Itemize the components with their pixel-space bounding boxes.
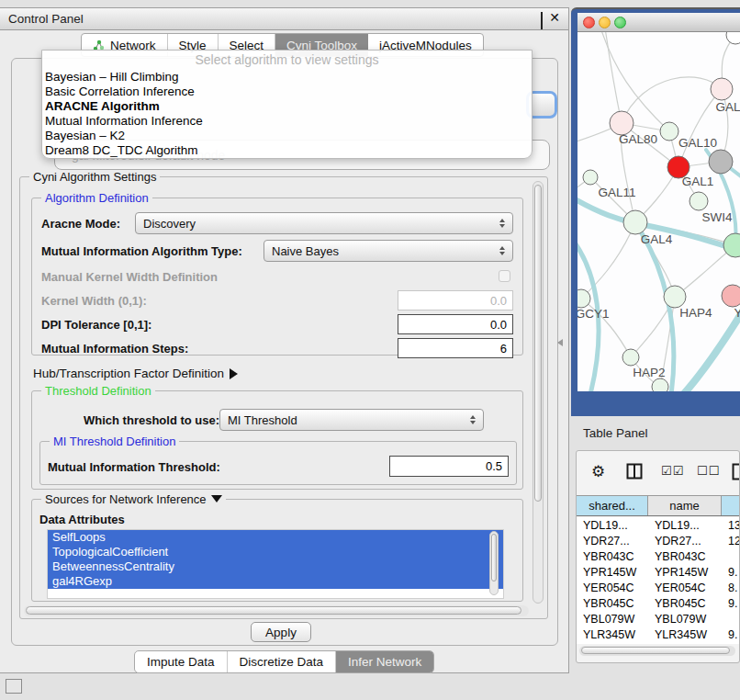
attributes-vscrollbar[interactable] <box>489 531 499 595</box>
table-row[interactable]: YDL19...YDL19...13 <box>577 517 740 533</box>
algorithm-dropdown-item[interactable]: Bayesian – Hill Climbing <box>42 70 532 85</box>
tab-discretize-data[interactable]: Discretize Data <box>228 651 337 672</box>
network-node[interactable] <box>709 150 733 174</box>
splitter-collapse-icon[interactable] <box>557 339 563 346</box>
network-node-label: HAP4 <box>679 306 712 320</box>
table-cell: YIL052C <box>577 644 648 645</box>
algorithm-dropdown-item[interactable]: Dream8 DC_TDC Algorithm <box>42 143 532 158</box>
network-edge[interactable] <box>622 77 722 123</box>
table-cell: 9. <box>722 566 740 579</box>
settings-hscrollbar[interactable] <box>24 605 529 616</box>
data-attribute-item[interactable]: BetweennessCentrality <box>48 559 503 574</box>
mi-threshold-field[interactable]: 0.5 <box>389 456 509 477</box>
network-node-label: SWI4 <box>701 210 732 224</box>
network-node[interactable] <box>583 170 598 185</box>
table-cell: YDL19... <box>577 519 648 532</box>
network-node-label: GAL80 <box>619 132 657 146</box>
dpi-tolerance-field[interactable]: 0.0 <box>398 314 513 334</box>
network-node[interactable] <box>623 210 647 234</box>
gear-icon[interactable]: ⚙ <box>591 462 605 481</box>
table-cell: YBR043C <box>648 550 722 563</box>
tab-impute-data[interactable]: Impute Data <box>135 651 228 672</box>
algorithm-dropdown-popup: Select algorithm to view settings Bayesi… <box>41 50 533 159</box>
select-all-icon[interactable]: ☑☑ <box>661 464 684 478</box>
network-node[interactable] <box>722 285 740 307</box>
table-cell: YDR27... <box>648 535 722 548</box>
table-cell: YER054C <box>648 581 722 594</box>
network-node[interactable] <box>660 122 678 141</box>
network-node[interactable] <box>690 192 708 210</box>
algorithm-definition-title: Algorithm Definition <box>41 191 152 205</box>
table-column-header[interactable]: name <box>648 496 722 515</box>
network-window: GALGAL80GAL10GAL1GAL11GAL4SWI4GCY1HAP4YH… <box>571 7 740 416</box>
table-row[interactable]: YPR145WYPR145W9. <box>577 564 740 580</box>
minimize-traffic-icon[interactable] <box>599 17 611 28</box>
network-node-label: HAP2 <box>633 366 665 379</box>
table-row[interactable]: YBR043CYBR043C <box>577 548 740 564</box>
table-cell: YER054C <box>577 581 648 594</box>
algorithm-dropdown-item[interactable]: ARACNE Algorithm <box>42 99 532 114</box>
table-row[interactable]: YBL079WYBL079W <box>577 611 740 627</box>
panel-grip-icon[interactable] <box>6 679 22 694</box>
table-cell: YBR045C <box>577 597 648 610</box>
network-edge[interactable] <box>600 32 669 131</box>
table-row[interactable]: YIL052CYIL052C9 <box>577 642 740 644</box>
table-row[interactable]: YLR345WYLR345W9. <box>577 627 740 642</box>
tab-infer-network[interactable]: Infer Network <box>336 651 433 672</box>
data-attribute-item[interactable]: gal4RGexp <box>48 574 503 589</box>
which-threshold-combo[interactable]: MI Threshold <box>219 409 484 431</box>
network-node[interactable] <box>664 286 686 308</box>
hub-definition-expander[interactable]: Hub/Transcription Factor Definition <box>33 367 238 380</box>
algorithm-dropdown-item[interactable]: Basic Correlation Inference <box>42 85 532 99</box>
mi-type-combo[interactable]: Naive Bayes <box>263 240 513 262</box>
network-node[interactable] <box>726 32 740 44</box>
mi-threshold-group-title: MI Threshold Definition <box>50 435 179 448</box>
close-traffic-icon[interactable] <box>583 17 595 28</box>
apply-button[interactable]: Apply <box>251 622 311 642</box>
algorithm-definition-group: Algorithm Definition Aracne Mode: Discov… <box>31 198 523 356</box>
settings-hscrollbar-thumb[interactable] <box>26 606 521 615</box>
settings-vscrollbar[interactable] <box>533 181 544 604</box>
table-cell: 8. <box>722 581 740 594</box>
zoom-traffic-icon[interactable] <box>614 17 626 28</box>
table-cell: 9 <box>722 644 740 645</box>
network-node[interactable] <box>711 78 733 100</box>
deselect-all-icon[interactable]: ☐☐ <box>697 464 720 478</box>
manual-kernel-label: Manual Kernel Width Definition <box>41 270 218 284</box>
stepper-icon <box>499 219 505 228</box>
kernel-width-field[interactable]: 0.0 <box>398 290 513 310</box>
network-canvas[interactable]: GALGAL80GAL10GAL1GAL11GAL4SWI4GCY1HAP4YH… <box>577 32 740 391</box>
table-row[interactable]: YDR27...YDR27...12 <box>577 533 740 548</box>
aracne-mode-combo[interactable]: Discovery <box>135 212 513 234</box>
network-node[interactable] <box>622 349 639 366</box>
network-edge[interactable] <box>581 222 635 299</box>
table-row[interactable]: YBR045CYBR045C9. <box>577 595 740 611</box>
data-attribute-item[interactable]: TopologicalCoefficient <box>48 545 503 559</box>
table-row[interactable]: YER054CYER054C8. <box>577 580 740 595</box>
manual-kernel-checkbox[interactable] <box>499 270 510 282</box>
table-cell: YLR345W <box>648 628 722 641</box>
table-cell: YBL079W <box>648 613 722 626</box>
table-hscrollbar[interactable] <box>579 646 735 656</box>
threshold-definition-title: Threshold Definition <box>41 384 155 398</box>
table-column-header[interactable] <box>722 496 740 515</box>
control-panel-titlebar: Control Panel ✕ <box>0 8 568 30</box>
network-node-label: GAL11 <box>598 186 635 199</box>
table-cell: YBR045C <box>648 597 722 610</box>
float-window-icon[interactable] <box>541 13 543 29</box>
algorithm-dropdown-item[interactable]: Bayesian – K2 <box>42 129 532 143</box>
attributes-vscrollbar-thumb[interactable] <box>491 534 497 581</box>
network-node[interactable] <box>652 378 668 391</box>
data-attribute-item[interactable]: SelfLoops <box>48 530 503 545</box>
table-cell: 9. <box>722 628 740 641</box>
table-column-header[interactable]: shared... <box>577 496 648 515</box>
split-view-icon[interactable] <box>626 463 643 480</box>
new-table-icon[interactable] <box>732 463 740 480</box>
close-icon[interactable]: ✕ <box>549 12 560 24</box>
settings-vscrollbar-thumb[interactable] <box>534 185 542 502</box>
mi-steps-field[interactable]: 6 <box>398 338 513 358</box>
sources-group: Sources for Network Inference Data Attri… <box>31 499 523 602</box>
table-hscrollbar-thumb[interactable] <box>581 647 730 654</box>
algorithm-dropdown-item[interactable]: Mutual Information Inference <box>42 114 532 129</box>
data-attributes-list[interactable]: SelfLoopsTopologicalCoefficientBetweenne… <box>47 529 504 599</box>
